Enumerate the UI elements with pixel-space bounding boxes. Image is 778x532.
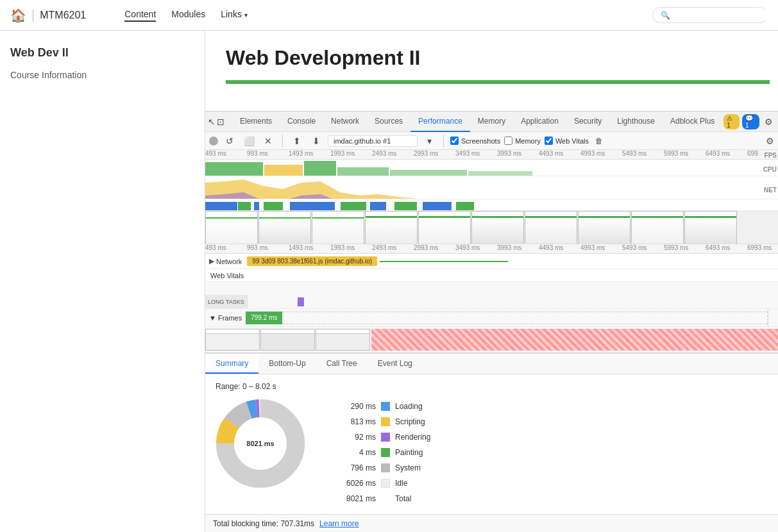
btick-2993: 2993 ms xyxy=(414,244,438,251)
memory-checkbox[interactable] xyxy=(504,137,512,145)
net-bar-2 xyxy=(238,202,251,211)
svg-rect-2 xyxy=(304,161,336,176)
clear-btn[interactable]: ✕ xyxy=(260,133,276,149)
svg-marker-6 xyxy=(205,179,778,199)
inspect-btn[interactable]: ⊡ xyxy=(217,114,224,129)
nav-link-links[interactable]: Links ▾ xyxy=(221,9,248,22)
cursor-tool-btn[interactable]: ↖ xyxy=(208,114,216,129)
fps-right-label: FPS xyxy=(759,150,778,160)
web-vitals-label: Web Vitals xyxy=(555,137,589,145)
rendering-ms: 92 ms xyxy=(331,433,376,442)
tab-bottom-up[interactable]: Bottom-Up xyxy=(258,354,316,374)
memory-label: Memory xyxy=(515,137,541,145)
tab-lighthouse[interactable]: Lighthouse xyxy=(609,112,663,132)
scripting-label: Scripting xyxy=(395,417,425,426)
tick-3993: 3993 ms xyxy=(497,150,521,157)
web-vitals-checkbox[interactable] xyxy=(545,137,553,145)
btick-493: 493 ms xyxy=(205,244,226,251)
loading-color xyxy=(381,402,390,411)
tab-network[interactable]: Network xyxy=(323,112,367,132)
net-track xyxy=(205,199,778,211)
delete-profile-btn[interactable]: 🗑 xyxy=(595,137,603,145)
tab-summary[interactable]: Summary xyxy=(205,354,258,374)
cpu-graph xyxy=(205,176,778,199)
page-layout: Web Dev II Course Information Web Develo… xyxy=(0,31,778,532)
tab-console[interactable]: Console xyxy=(280,112,323,132)
search-input[interactable] xyxy=(674,10,778,20)
download-btn[interactable]: ⬇ xyxy=(309,133,324,149)
film-frame-10 xyxy=(684,211,737,244)
tick-993: 993 ms xyxy=(247,150,268,157)
bottom-tabs: Summary Bottom-Up Call Tree Event Log xyxy=(205,354,778,374)
sidebar-title: Web Dev II xyxy=(10,46,194,60)
refresh-profile-btn[interactable]: ↺ xyxy=(222,133,237,149)
cpu-right-label: CPU xyxy=(759,160,778,176)
btick-3493: 3493 ms xyxy=(455,244,480,251)
settings-btn[interactable]: ⚙ xyxy=(762,114,775,129)
stats-row-system: 796 ms System xyxy=(331,460,768,476)
tab-performance[interactable]: Performance xyxy=(410,112,470,132)
film-frame-7 xyxy=(525,211,577,244)
film-frame-9 xyxy=(631,211,684,244)
idle-color xyxy=(381,479,390,488)
screenshots-checkbox[interactable] xyxy=(450,137,459,145)
idle-label: Idle xyxy=(395,479,407,488)
painting-ms: 4 ms xyxy=(331,448,376,457)
red-hatch-pattern xyxy=(371,329,778,351)
btick-4493: 4493 ms xyxy=(539,244,563,251)
learn-more-link[interactable]: Learn more xyxy=(319,519,359,528)
tick-2493: 2493 ms xyxy=(372,150,396,157)
screenshots-checkbox-label[interactable]: Screenshots xyxy=(450,137,500,145)
record-btn[interactable] xyxy=(209,137,218,145)
url-dropdown-btn[interactable]: ▾ xyxy=(421,133,437,149)
nav-link-modules[interactable]: Modules xyxy=(171,9,205,22)
btick-4993: 4993 ms xyxy=(580,244,605,251)
record-sep2 xyxy=(443,135,444,147)
tab-elements[interactable]: Elements xyxy=(232,112,280,132)
search-box[interactable]: 🔍 xyxy=(652,7,768,23)
nav-link-content[interactable]: Content xyxy=(124,9,156,22)
screenshots-label: Screenshots xyxy=(461,137,500,145)
painting-color xyxy=(381,448,390,457)
stats-row-loading: 290 ms Loading xyxy=(331,399,768,414)
rendering-color xyxy=(381,433,390,442)
upload-btn[interactable]: ⬆ xyxy=(289,133,305,149)
mini-frame-3 xyxy=(316,329,370,351)
scrollbar-area[interactable] xyxy=(768,309,778,326)
stats-table: 290 ms Loading 813 ms Scripting xyxy=(331,399,768,506)
web-vitals-checkbox-label[interactable]: Web Vitals xyxy=(545,137,589,145)
tab-adblock[interactable]: Adblock Plus xyxy=(663,112,722,132)
memory-checkbox-label[interactable]: Memory xyxy=(504,137,541,145)
sidebar-item-course-info[interactable]: Course Information xyxy=(10,67,194,83)
nav-links: Content Modules Links ▾ xyxy=(124,9,248,22)
btick-993: 993 ms xyxy=(247,244,268,251)
tab-sources[interactable]: Sources xyxy=(367,112,410,132)
tab-event-log[interactable]: Event Log xyxy=(368,354,423,374)
tick-4993: 4993 ms xyxy=(580,150,605,157)
net-bar-8 xyxy=(394,202,417,211)
tab-call-tree[interactable]: Call Tree xyxy=(316,354,368,374)
page-title: Web Development II xyxy=(205,31,778,80)
screenshots-filmstrip xyxy=(205,211,778,244)
btick-6493: 6493 ms xyxy=(706,244,730,251)
total-ms: 8021 ms xyxy=(331,494,376,503)
logo[interactable]: 🏠 | MTM6201 xyxy=(10,8,86,23)
cpu-track: NET xyxy=(205,176,778,199)
mini-frame-2 xyxy=(260,329,315,351)
loading-ms: 290 ms xyxy=(331,402,376,411)
devtools-right-controls: ⚠ 1 💬 1 ⚙ ⋮ ✕ xyxy=(723,114,778,129)
triangle-icon: ▶ xyxy=(209,257,214,265)
film-frame-2 xyxy=(258,211,311,244)
system-label: System xyxy=(395,463,421,472)
tick-3493: 3493 ms xyxy=(455,150,480,157)
rendering-label: Rendering xyxy=(395,433,430,442)
perf-settings-btn[interactable]: ⚙ xyxy=(766,136,774,146)
tab-memory[interactable]: Memory xyxy=(470,112,513,132)
profile-url-input[interactable] xyxy=(328,135,418,147)
tab-application[interactable]: Application xyxy=(513,112,566,132)
loading-label: Loading xyxy=(395,402,423,411)
system-ms: 796 ms xyxy=(331,463,376,472)
tab-security[interactable]: Security xyxy=(566,112,609,132)
total-label: Total xyxy=(395,494,411,503)
stop-btn[interactable]: ⬜ xyxy=(241,133,257,149)
